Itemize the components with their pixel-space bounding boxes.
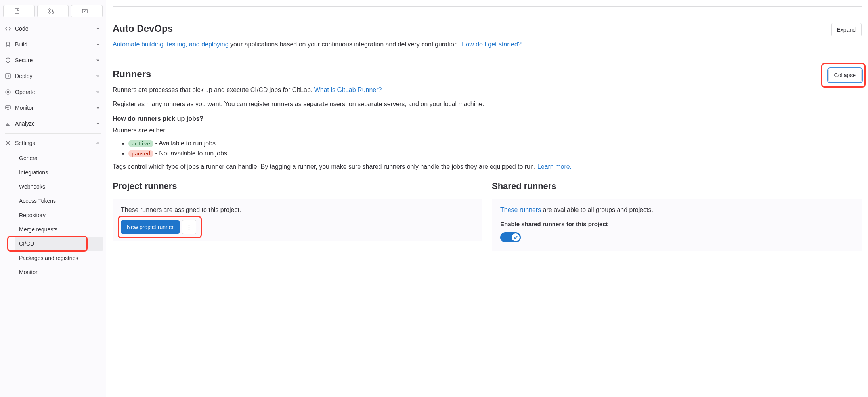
toggle-knob bbox=[512, 233, 520, 241]
section-runners: Runners Collapse Runners are processes t… bbox=[113, 59, 862, 261]
svg-point-1 bbox=[49, 9, 50, 10]
tags-description: Tags control which type of jobs a runner… bbox=[113, 162, 862, 172]
svg-point-10 bbox=[189, 225, 190, 226]
paused-badge: paused bbox=[128, 150, 153, 157]
sidebar-item-code[interactable]: Code bbox=[0, 21, 106, 36]
sidebar-label: Secure bbox=[15, 57, 95, 63]
document-icon bbox=[14, 8, 20, 14]
chevron-down-icon bbox=[95, 25, 101, 32]
sidebar-item-monitor[interactable]: Monitor bbox=[0, 100, 106, 116]
sidebar-item-operate[interactable]: Operate bbox=[0, 84, 106, 100]
sidebar-label: Analyze bbox=[15, 120, 95, 127]
runners-title: Runners bbox=[113, 69, 151, 80]
project-runners-desc: These runners are assigned to this proje… bbox=[121, 206, 474, 214]
main-content: Auto DevOps Expand Automate building, te… bbox=[106, 0, 868, 397]
project-runners-title: Project runners bbox=[113, 181, 482, 191]
sidebar-item-analyze[interactable]: Analyze bbox=[0, 116, 106, 132]
gear-icon bbox=[5, 140, 11, 146]
merge-request-icon bbox=[48, 8, 54, 14]
sidebar-item-monitor-sub[interactable]: Monitor bbox=[13, 265, 106, 279]
sidebar: Code Build Secure bbox=[0, 0, 106, 397]
sidebar-label: Code bbox=[15, 25, 95, 32]
sidebar-tab-check[interactable] bbox=[71, 5, 103, 17]
chevron-down-icon bbox=[95, 120, 101, 127]
deploy-icon bbox=[5, 73, 11, 79]
sidebar-item-secure[interactable]: Secure bbox=[0, 52, 106, 68]
project-runners-well: These runners are assigned to this proje… bbox=[113, 199, 482, 241]
sidebar-item-integrations[interactable]: Integrations bbox=[13, 165, 106, 179]
sidebar-item-merge-requests[interactable]: Merge requests bbox=[13, 222, 106, 237]
sidebar-label: Deploy bbox=[15, 73, 95, 79]
these-runners-link[interactable]: These runners bbox=[500, 206, 541, 213]
auto-devops-description: Automate building, testing, and deployin… bbox=[113, 40, 862, 49]
collapse-button[interactable]: Collapse bbox=[828, 69, 862, 82]
sidebar-label: Settings bbox=[15, 140, 95, 146]
todo-check-icon bbox=[82, 8, 88, 14]
section-auto-devops: Auto DevOps Expand Automate building, te… bbox=[113, 13, 862, 59]
shared-runners-column: Shared runners These runners are availab… bbox=[492, 181, 862, 251]
runner-more-menu-button[interactable] bbox=[182, 220, 196, 234]
shared-runners-well: These runners are available to all group… bbox=[492, 199, 862, 251]
chevron-down-icon bbox=[95, 57, 101, 63]
active-badge: active bbox=[128, 140, 153, 147]
what-is-runner-link[interactable]: What is GitLab Runner? bbox=[314, 86, 382, 93]
shared-runners-title: Shared runners bbox=[492, 181, 862, 191]
rocket-icon bbox=[5, 41, 11, 48]
svg-point-9 bbox=[7, 142, 9, 144]
list-item: active - Available to run jobs. bbox=[128, 140, 862, 147]
svg-point-3 bbox=[52, 12, 54, 13]
sidebar-item-cicd[interactable]: CI/CD bbox=[15, 237, 103, 251]
sidebar-item-packages[interactable]: Packages and registries bbox=[13, 251, 106, 265]
sidebar-item-settings[interactable]: Settings bbox=[0, 135, 106, 151]
learn-more-link[interactable]: Learn more. bbox=[537, 163, 572, 170]
sidebar-item-deploy[interactable]: Deploy bbox=[0, 68, 106, 84]
enable-shared-toggle[interactable] bbox=[500, 232, 521, 242]
monitor-icon bbox=[5, 105, 11, 111]
chevron-up-icon bbox=[95, 140, 101, 146]
sidebar-item-general[interactable]: General bbox=[13, 151, 106, 165]
runner-states-list: active - Available to run jobs. paused -… bbox=[128, 140, 862, 157]
register-description: Register as many runners as you want. Yo… bbox=[113, 99, 862, 109]
chevron-down-icon bbox=[95, 73, 101, 79]
sidebar-item-repository[interactable]: Repository bbox=[13, 208, 106, 222]
sidebar-label: Operate bbox=[15, 89, 95, 95]
svg-point-6 bbox=[6, 90, 10, 94]
svg-point-7 bbox=[7, 91, 9, 93]
enable-shared-label: Enable shared runners for this project bbox=[500, 221, 854, 227]
svg-rect-0 bbox=[15, 9, 19, 13]
chevron-down-icon bbox=[95, 41, 101, 48]
sidebar-item-access-tokens[interactable]: Access Tokens bbox=[13, 194, 106, 208]
either-text: Runners are either: bbox=[113, 126, 862, 135]
pickup-heading: How do runners pick up jobs? bbox=[113, 115, 862, 122]
sidebar-label: Monitor bbox=[15, 105, 95, 111]
runners-description: Runners are processes that pick up and e… bbox=[113, 85, 862, 95]
sidebar-tab-todo[interactable] bbox=[3, 5, 35, 17]
code-icon bbox=[5, 25, 11, 32]
expand-button[interactable]: Expand bbox=[831, 23, 862, 36]
new-project-runner-button[interactable]: New project runner bbox=[121, 220, 180, 234]
auto-devops-title: Auto DevOps bbox=[113, 23, 173, 34]
sidebar-label: Build bbox=[15, 41, 95, 48]
svg-point-2 bbox=[49, 12, 50, 13]
sidebar-item-webhooks[interactable]: Webhooks bbox=[13, 179, 106, 194]
chart-icon bbox=[5, 120, 11, 127]
settings-submenu: General Integrations Webhooks Access Tok… bbox=[0, 151, 106, 279]
sidebar-top-tabs bbox=[0, 3, 106, 21]
sidebar-tab-merge[interactable] bbox=[37, 5, 69, 17]
chevron-down-icon bbox=[95, 105, 101, 111]
chevron-down-icon bbox=[95, 89, 101, 95]
shield-icon bbox=[5, 57, 11, 63]
svg-point-12 bbox=[189, 229, 190, 230]
get-started-link[interactable]: How do I get started? bbox=[461, 41, 522, 48]
svg-point-11 bbox=[189, 227, 190, 228]
kebab-icon bbox=[186, 224, 192, 230]
project-runners-column: Project runners These runners are assign… bbox=[113, 181, 482, 251]
operate-icon bbox=[5, 89, 11, 95]
shared-runners-desc: These runners are available to all group… bbox=[500, 206, 854, 214]
automate-link[interactable]: Automate building, testing, and deployin… bbox=[113, 41, 229, 48]
sidebar-item-build[interactable]: Build bbox=[0, 36, 106, 52]
list-item: paused - Not available to run jobs. bbox=[128, 150, 862, 157]
